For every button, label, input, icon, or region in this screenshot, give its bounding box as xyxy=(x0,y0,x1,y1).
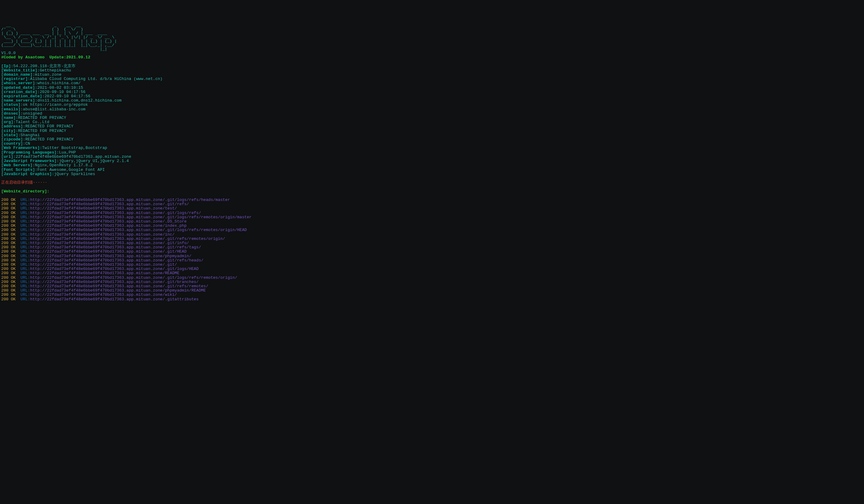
http-status: 200 OK xyxy=(1,254,15,258)
result-url: http://22fdad73ef4f48e6bbe69f470bd17363.… xyxy=(30,267,199,271)
info-line: [name]:REDACTED FOR PRIVACY xyxy=(1,116,863,120)
directory-result-row: 200 OK URL:http://22fdad73ef4f48e6bbe69f… xyxy=(1,280,863,284)
http-status: 200 OK xyxy=(1,262,15,267)
info-value: Alibaba Cloud Computing Ltd. d/b/a HiChi… xyxy=(30,77,163,81)
url-label-prefix: URL: xyxy=(20,206,30,211)
version-text: V1.0.0 xyxy=(1,51,15,55)
directory-result-row: 200 OK URL:http://22fdad73ef4f48e6bbe69f… xyxy=(1,288,863,293)
spacer xyxy=(15,223,20,228)
http-status: 200 OK xyxy=(1,280,15,284)
info-value: 2020-09-10 04:17:56 xyxy=(40,90,85,94)
http-status: 200 OK xyxy=(1,249,15,254)
info-line: [domain_name]:mituan.zone xyxy=(1,73,863,77)
info-line: [org]:Talent Co.,Ltd xyxy=(1,120,863,124)
info-label: [country]: xyxy=(1,142,25,146)
info-line: [JavaScript Graphics]:jQuery Sparklines xyxy=(1,172,863,176)
info-line: [address]:REDACTED FOR PRIVACY xyxy=(1,124,863,128)
result-url: http://22fdad73ef4f48e6bbe69f470bd17363.… xyxy=(30,236,225,241)
directory-result-row: 200 OK URL:http://22fdad73ef4f48e6bbe69f… xyxy=(1,215,863,220)
http-status: 200 OK xyxy=(1,284,15,288)
info-line: [Web Servers]:Nginx,OpenResty 1.17.8.2 xyxy=(1,163,863,168)
directory-result-row: 200 OK URL:http://22fdad73ef4f48e6bbe69f… xyxy=(1,224,863,228)
directory-result-row: 200 OK URL:http://22fdad73ef4f48e6bbe69f… xyxy=(1,271,863,275)
spacer xyxy=(15,198,20,202)
http-status: 200 OK xyxy=(1,288,15,293)
directory-result-row: 200 OK URL:http://22fdad73ef4f48e6bbe69f… xyxy=(1,228,863,232)
info-label: [name_servers]: xyxy=(1,98,37,103)
info-label: [creation_date]: xyxy=(1,90,40,94)
directory-result-row: 200 OK URL:http://22fdad73ef4f48e6bbe69f… xyxy=(1,263,863,267)
info-label: [Website_title]: xyxy=(1,68,40,73)
spacer xyxy=(15,288,20,293)
info-line: [Ip]:54.222.208.118-北京市-北京市 xyxy=(1,64,863,69)
result-url: http://22fdad73ef4f48e6bbe69f470bd17363.… xyxy=(30,297,199,302)
info-label: [state]: xyxy=(1,133,20,137)
coded-by-line: #Coded by Asaotomo Update:2021.09.12 xyxy=(1,55,863,60)
spacer xyxy=(15,249,20,254)
spacer xyxy=(15,211,20,215)
directory-result-row: 200 OK URL:http://22fdad73ef4f48e6bbe69f… xyxy=(1,249,863,254)
url-label-prefix: URL: xyxy=(20,297,30,302)
http-status: 200 OK xyxy=(1,297,15,302)
info-value: REDACTED FOR PRIVACY xyxy=(18,115,66,120)
spacer xyxy=(15,267,20,271)
url-label-prefix: URL: xyxy=(20,258,30,263)
info-value: jQuery Sparklines xyxy=(54,172,95,176)
directory-result-row: 200 OK URL:http://22fdad73ef4f48e6bbe69f… xyxy=(1,202,863,206)
website-directory-label: [Website_directory]: xyxy=(1,189,863,194)
url-label-prefix: URL: xyxy=(20,254,30,258)
http-status: 200 OK xyxy=(1,241,15,245)
http-status: 200 OK xyxy=(1,236,15,241)
info-label: [Web Servers]: xyxy=(1,163,35,168)
spacer xyxy=(15,228,20,232)
info-value: mituan.zone xyxy=(35,72,61,77)
directory-scan-results: 200 OK URL:http://22fdad73ef4f48e6bbe69f… xyxy=(1,198,863,302)
result-url: http://22fdad73ef4f48e6bbe69f470bd17363.… xyxy=(30,206,177,211)
info-value: Lua,PHP xyxy=(59,150,76,155)
url-label-prefix: URL: xyxy=(20,211,30,215)
info-label: [registrar]: xyxy=(1,77,30,81)
url-label-prefix: URL: xyxy=(20,236,30,241)
info-label: [dnssec]: xyxy=(1,111,23,116)
url-label-prefix: URL: xyxy=(20,228,30,232)
result-url: http://22fdad73ef4f48e6bbe69f470bd17363.… xyxy=(30,241,189,245)
http-status: 200 OK xyxy=(1,202,15,206)
info-label: [zipcode]: xyxy=(1,137,25,142)
info-label: [Web Frameworks]: xyxy=(1,146,42,150)
info-line: [expiration_date]:2022-09-10 04:17:56 xyxy=(1,94,863,98)
directory-result-row: 200 OK URL:http://22fdad73ef4f48e6bbe69f… xyxy=(1,220,863,224)
result-url: http://22fdad73ef4f48e6bbe69f470bd17363.… xyxy=(30,288,206,293)
url-label-prefix: URL: xyxy=(20,275,30,280)
directory-result-row: 200 OK URL:http://22fdad73ef4f48e6bbe69f… xyxy=(1,254,863,258)
info-label: [expiration_date]: xyxy=(1,94,45,98)
directory-result-row: 200 OK URL:http://22fdad73ef4f48e6bbe69f… xyxy=(1,237,863,241)
result-url: http://22fdad73ef4f48e6bbe69f470bd17363.… xyxy=(30,228,247,232)
url-label-prefix: URL: xyxy=(20,292,30,297)
result-url: http://22fdad73ef4f48e6bbe69f470bd17363.… xyxy=(30,258,204,263)
url-label-prefix: URL: xyxy=(20,262,30,267)
info-line: [JavaScript Frameworks]:jQuery,jQuery UI… xyxy=(1,159,863,163)
http-status: 200 OK xyxy=(1,292,15,297)
http-status: 200 OK xyxy=(1,271,15,275)
scan-message: 正在启动目录扫描 xyxy=(1,180,33,185)
directory-result-row: 200 OK URL:http://22fdad73ef4f48e6bbe69f… xyxy=(1,241,863,245)
info-line: [zipcode]:REDACTED FOR PRIVACY xyxy=(1,137,863,142)
info-value: Nginx,OpenResty 1.17.8.2 xyxy=(35,163,93,168)
url-label-prefix: URL: xyxy=(20,223,30,228)
info-line: [updated_date]:2021-08-02 03:10:15 xyxy=(1,86,863,90)
directory-result-row: 200 OK URL:http://22fdad73ef4f48e6bbe69f… xyxy=(1,276,863,280)
info-label: [JavaScript Graphics]: xyxy=(1,172,54,176)
info-line: [emails]:abuse@list.alibaba-inc.com xyxy=(1,107,863,112)
info-value: jQuery,jQuery UI,jQuery 2.1.4 xyxy=(59,159,129,163)
result-url: http://22fdad73ef4f48e6bbe69f470bd17363.… xyxy=(30,223,187,228)
directory-result-row: 200 OK URL:http://22fdad73ef4f48e6bbe69f… xyxy=(1,211,863,215)
info-label: [JavaScript Frameworks]: xyxy=(1,159,59,163)
info-value: dns11.hichina.com,dns12.hichina.com xyxy=(37,98,122,103)
info-label: [status]: xyxy=(1,102,23,107)
directory-result-row: 200 OK URL:http://22fdad73ef4f48e6bbe69f… xyxy=(1,233,863,237)
result-url: http://22fdad73ef4f48e6bbe69f470bd17363.… xyxy=(30,245,201,249)
info-line: [whois_server]:whois.hichina.com/ xyxy=(1,81,863,85)
spacer xyxy=(15,232,20,237)
ascii-logo: __ _ __ __ /' _`\ ( ) ( \/ ) | (_) ) ___… xyxy=(1,23,863,51)
info-value: Twitter Bootstrap,Bootstrap xyxy=(42,146,107,150)
